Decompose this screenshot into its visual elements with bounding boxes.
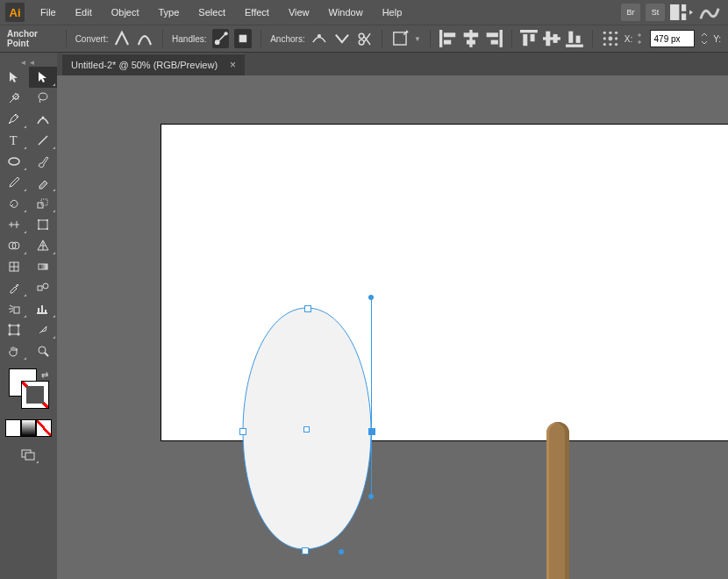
artboard-tool[interactable]	[0, 319, 28, 340]
curvature-tool[interactable]	[29, 109, 57, 130]
svg-point-8	[360, 33, 365, 39]
menu-type[interactable]: Type	[150, 4, 189, 21]
svg-point-55	[43, 283, 48, 289]
color-mode-gradient[interactable]	[21, 419, 37, 437]
color-mode-solid[interactable]	[5, 419, 21, 437]
svg-rect-21	[524, 34, 528, 46]
eraser-tool[interactable]	[29, 172, 57, 193]
stick-shape[interactable]	[546, 422, 569, 579]
handles-hide-icon[interactable]	[234, 29, 252, 48]
column-graph-tool[interactable]	[29, 298, 57, 319]
toolbox-handle[interactable]: ◄◄	[0, 58, 57, 67]
hand-tool[interactable]	[0, 340, 28, 361]
gradient-tool[interactable]	[29, 256, 57, 277]
mesh-tool[interactable]	[0, 256, 28, 277]
direction-point[interactable]	[368, 295, 374, 300]
stock-button[interactable]: St	[646, 4, 665, 21]
menu-view[interactable]: View	[280, 4, 318, 21]
menu-effect[interactable]: Effect	[236, 4, 278, 21]
line-tool[interactable]	[29, 130, 57, 151]
menu-window[interactable]: Window	[320, 4, 372, 21]
x-value-input[interactable]: 479 px	[650, 30, 696, 47]
fill-stroke-swatch[interactable]: ⇄	[0, 368, 57, 414]
shape-builder-tool[interactable]	[0, 235, 28, 256]
anchor-point[interactable]	[304, 305, 311, 312]
symbol-sprayer-tool[interactable]	[0, 298, 28, 319]
convert-smooth-icon[interactable]	[136, 29, 153, 48]
pen-tool[interactable]	[0, 109, 28, 130]
paintbrush-tool[interactable]	[29, 151, 57, 172]
direction-line	[371, 297, 372, 428]
anchors-label: Anchors:	[270, 34, 304, 44]
svg-rect-16	[467, 40, 475, 45]
svg-point-35	[603, 43, 606, 46]
menu-help[interactable]: Help	[374, 4, 411, 21]
tab-bar: Untitled-2* @ 50% (RGB/Preview) ×	[57, 53, 728, 75]
center-point[interactable]	[303, 426, 310, 432]
x-stepper-icon[interactable]	[700, 32, 708, 46]
align-right-icon[interactable]	[485, 29, 503, 48]
arrange-documents-icon[interactable]	[670, 4, 693, 21]
anchor-point[interactable]	[302, 547, 309, 554]
handles-show-icon[interactable]	[212, 29, 230, 48]
svg-rect-57	[10, 325, 18, 334]
link-icon[interactable]	[638, 32, 644, 46]
eyedropper-tool[interactable]	[0, 277, 28, 298]
width-tool[interactable]	[0, 214, 28, 235]
stroke-swatch[interactable]	[21, 381, 49, 409]
swap-fill-stroke-icon[interactable]: ⇄	[41, 370, 48, 380]
ellipse-tool[interactable]	[0, 151, 28, 172]
svg-rect-26	[566, 45, 583, 47]
lasso-tool[interactable]	[29, 88, 57, 109]
menu-select[interactable]: Select	[189, 4, 234, 21]
align-hcenter-icon[interactable]	[462, 29, 480, 48]
transform-ref-icon[interactable]	[602, 29, 619, 48]
cut-path-icon[interactable]	[355, 29, 373, 48]
anchor-point[interactable]	[239, 428, 246, 435]
type-tool[interactable]: T	[0, 130, 28, 151]
slice-tool[interactable]	[29, 319, 57, 340]
direction-point[interactable]	[339, 549, 344, 554]
perspective-tool[interactable]	[29, 235, 57, 256]
canvas[interactable]	[57, 75, 728, 579]
svg-rect-53	[39, 264, 47, 269]
menu-edit[interactable]: Edit	[67, 4, 101, 21]
selection-tool[interactable]	[0, 67, 28, 88]
connect-anchor-icon[interactable]	[333, 29, 351, 48]
svg-point-9	[360, 39, 365, 45]
align-top-icon[interactable]	[520, 29, 538, 48]
free-transform-tool[interactable]	[29, 214, 57, 235]
align-bottom-icon[interactable]	[566, 29, 583, 48]
anchor-point-selected[interactable]	[368, 428, 375, 435]
convert-corner-icon[interactable]	[113, 29, 131, 48]
zoom-tool[interactable]	[29, 340, 57, 361]
screen-mode-tool[interactable]	[16, 444, 40, 465]
remove-anchor-icon[interactable]	[310, 29, 328, 48]
document-tab[interactable]: Untitled-2* @ 50% (RGB/Preview) ×	[62, 54, 245, 75]
color-mode-none[interactable]	[36, 419, 52, 437]
pencil-tool[interactable]	[0, 172, 28, 193]
align-vcenter-icon[interactable]	[543, 29, 560, 48]
svg-point-37	[615, 43, 617, 46]
svg-point-34	[615, 37, 617, 39]
scale-tool[interactable]	[29, 193, 57, 214]
y-label: Y:	[713, 34, 721, 44]
svg-point-33	[608, 37, 612, 41]
direct-selection-tool[interactable]	[29, 67, 57, 88]
tab-close-icon[interactable]: ×	[230, 59, 236, 71]
svg-rect-19	[490, 40, 497, 45]
menu-object[interactable]: Object	[103, 4, 148, 21]
magic-wand-tool[interactable]	[0, 88, 28, 109]
align-left-icon[interactable]	[439, 29, 457, 48]
rotate-tool[interactable]	[0, 193, 28, 214]
gpu-preview-icon[interactable]	[698, 4, 721, 21]
svg-point-31	[615, 32, 617, 34]
menu-file[interactable]: File	[32, 4, 65, 21]
svg-rect-45	[39, 220, 47, 229]
x-label: X:	[625, 34, 632, 44]
bridge-button[interactable]: Br	[621, 4, 640, 21]
blend-tool[interactable]	[29, 277, 57, 298]
direction-point[interactable]	[368, 494, 374, 499]
isolate-icon[interactable]	[391, 29, 409, 48]
svg-rect-14	[469, 30, 472, 47]
